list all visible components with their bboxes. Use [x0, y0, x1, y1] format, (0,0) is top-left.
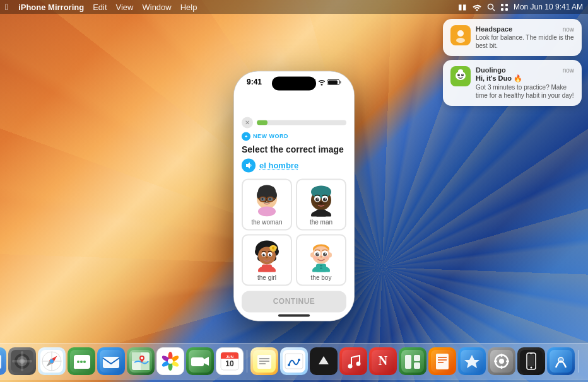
svg-point-72 — [315, 252, 319, 256]
dock-app-freeform[interactable] — [280, 347, 308, 375]
svg-rect-22 — [328, 80, 338, 84]
duo-image-grid: the woman — [242, 178, 346, 286]
svg-rect-149 — [401, 350, 424, 373]
svg-point-80 — [328, 252, 332, 257]
dock-app-messages[interactable] — [68, 347, 95, 375]
iphone-mirror-container: 9:41 — [234, 71, 354, 320]
svg-rect-97 — [12, 360, 32, 362]
duo-cell-label-girl: the girl — [257, 274, 276, 281]
notification-duolingo[interactable]: Duolingo now Hi, it's Duo 🔥 Got 3 minute… — [443, 60, 582, 106]
svg-rect-84 — [320, 267, 322, 269]
notifications-area: Headspace now Look for balance. The midd… — [443, 19, 582, 106]
duo-avatar-boy — [305, 239, 338, 272]
svg-point-60 — [270, 254, 271, 255]
dock-app-photos[interactable] — [156, 347, 184, 375]
svg-rect-67 — [262, 264, 272, 272]
svg-rect-4 — [501, 8, 503, 11]
dock-app-launchpad[interactable] — [8, 347, 36, 375]
menubar-time: Mon Jun 10 9:41 AM — [514, 3, 583, 11]
duo-top-bar: ✕ — [242, 117, 346, 128]
dock-app-numbers[interactable] — [399, 347, 426, 375]
svg-rect-163 — [501, 366, 503, 369]
apple-logo-icon[interactable]:  — [5, 2, 8, 12]
svg-point-0 — [488, 4, 493, 9]
dock-app-maps[interactable] — [127, 347, 155, 375]
menubar-window[interactable]: Window — [142, 3, 171, 12]
notification-headspace[interactable]: Headspace now Look for balance. The midd… — [443, 19, 582, 56]
dock-app-iphone-mirroring[interactable] — [517, 347, 545, 375]
dock-app-news[interactable]: N — [369, 347, 397, 375]
dock-app-finder[interactable] — [0, 347, 6, 375]
svg-line-1 — [493, 9, 495, 11]
duo-continue-button[interactable]: CONTINUE — [242, 291, 346, 312]
dock-app-appstore[interactable] — [458, 347, 486, 375]
headspace-notif-header: Headspace now — [476, 25, 574, 33]
dock-app-safari[interactable] — [38, 347, 66, 375]
duo-cell-girl[interactable]: the girl — [242, 234, 292, 286]
duolingo-notif-body: Duolingo now Hi, it's Duo 🔥 Got 3 minute… — [476, 66, 574, 100]
svg-point-79 — [310, 252, 314, 257]
dock-app-facetime[interactable] — [186, 347, 214, 375]
duolingo-app-name: Duolingo — [476, 66, 506, 74]
dock-app-systemprefs[interactable] — [488, 347, 515, 375]
duo-close-button[interactable]: ✕ — [242, 117, 253, 128]
duo-avatar-man — [305, 183, 338, 216]
headspace-app-icon — [450, 25, 471, 45]
svg-rect-165 — [506, 361, 509, 362]
duo-cell-label-man: the man — [310, 219, 332, 226]
battery-icon: ▮▮ — [458, 3, 467, 11]
menubar-help[interactable]: Help — [180, 3, 197, 12]
duo-cell-woman[interactable]: the woman — [242, 178, 292, 230]
desktop:  iPhone Mirroring Edit View Window Help… — [0, 0, 588, 382]
svg-point-104 — [50, 359, 54, 363]
duolingo-app-content: ✕ + NEW WORD Select the correct image — [234, 89, 354, 320]
iphone-frame: 9:41 — [234, 71, 354, 320]
svg-point-7 — [457, 30, 464, 37]
svg-point-76 — [314, 255, 317, 259]
duo-speaker-button[interactable] — [242, 158, 256, 172]
dock-app-trash[interactable] — [582, 347, 588, 375]
svg-point-44 — [317, 198, 319, 199]
svg-text:JUN: JUN — [226, 355, 233, 359]
dock-app-notes[interactable] — [250, 347, 278, 375]
svg-point-74 — [317, 253, 319, 254]
dock-app-pages[interactable] — [428, 347, 456, 375]
svg-point-14 — [462, 74, 463, 75]
svg-rect-2 — [501, 4, 503, 6]
svg-rect-126 — [191, 357, 204, 366]
headspace-notif-time: now — [563, 26, 574, 33]
dock-app-mail[interactable] — [97, 347, 125, 375]
menubar-edit[interactable]: Edit — [93, 3, 107, 12]
control-center-icon[interactable] — [500, 3, 509, 11]
wifi-icon — [472, 3, 482, 11]
svg-rect-154 — [436, 354, 449, 369]
duo-cell-boy[interactable]: the boy — [296, 234, 346, 286]
svg-rect-144 — [342, 350, 365, 373]
svg-rect-135 — [257, 355, 271, 369]
svg-rect-162 — [501, 354, 503, 357]
menubar-view[interactable]: View — [116, 3, 134, 12]
svg-rect-21 — [340, 81, 341, 83]
svg-point-33 — [269, 198, 271, 200]
dock-app-screensaver[interactable] — [547, 347, 575, 375]
svg-rect-151 — [414, 355, 420, 361]
svg-rect-113 — [132, 352, 141, 361]
dock-separator-2 — [578, 350, 579, 373]
dock-app-appletv[interactable] — [310, 347, 338, 375]
duo-cell-man[interactable]: the man — [296, 178, 346, 230]
svg-point-146 — [356, 362, 361, 366]
duo-word-text[interactable]: el hombre — [259, 161, 298, 170]
svg-point-75 — [325, 253, 326, 254]
svg-rect-5 — [505, 8, 508, 11]
iphone-screen[interactable]: 9:41 — [234, 71, 354, 320]
dock-app-calendar[interactable]: JUN 10 — [216, 347, 244, 375]
svg-rect-83 — [320, 265, 322, 266]
search-icon[interactable] — [487, 3, 495, 11]
headspace-app-name: Headspace — [476, 25, 512, 33]
duo-new-badge-icon: + — [242, 132, 250, 141]
dock-app-music[interactable] — [339, 347, 367, 375]
svg-point-13 — [459, 74, 459, 75]
svg-rect-152 — [414, 362, 420, 369]
duo-cell-label-woman: the woman — [252, 219, 283, 226]
svg-point-107 — [80, 361, 83, 363]
